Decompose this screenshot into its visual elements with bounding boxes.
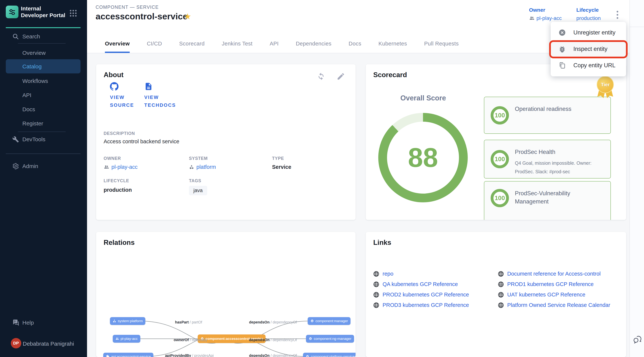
owner-link[interactable]: pl-play-acc bbox=[529, 15, 562, 21]
sidebar-item-overview[interactable]: Overview bbox=[22, 50, 46, 56]
sidebar-item-help[interactable]: ? Help bbox=[0, 318, 87, 328]
globe-icon bbox=[498, 281, 504, 287]
globe-icon bbox=[498, 302, 504, 308]
scorecard-card: Scorecard Overall Score 88 100 Operation… bbox=[366, 64, 626, 220]
link-qa-kubernetes[interactable]: QA kubernetes GCP Reference bbox=[373, 281, 458, 287]
owner-field-value[interactable]: pl-play-acc bbox=[104, 164, 138, 170]
sidebar-help-label: Help bbox=[22, 320, 34, 326]
sidebar-item-workflows[interactable]: Workflows bbox=[22, 78, 48, 84]
tab-scorecard[interactable]: Scorecard bbox=[179, 40, 204, 53]
header-lifecycle: Lifecycle production bbox=[576, 7, 601, 21]
sidebar: Internal Developer Portal Search Overvie… bbox=[0, 0, 87, 357]
globe-icon bbox=[498, 271, 504, 277]
sidebar-search[interactable]: Search bbox=[0, 32, 87, 41]
score-item-title: ProdSec-Vulnerability Management bbox=[515, 189, 597, 206]
score-ring: 100 bbox=[491, 106, 509, 124]
user-name[interactable]: Debabrata Panigrahi bbox=[23, 340, 74, 347]
link-prod2-kubernetes[interactable]: PROD2 kubernetes GCP Reference bbox=[373, 292, 469, 298]
menu-item-inspect-entity[interactable]: Inspect entity bbox=[551, 41, 626, 57]
owner-label: Owner bbox=[529, 7, 562, 13]
user-avatar[interactable]: DP bbox=[11, 338, 21, 348]
lifecycle-field-label: LIFECYCLE bbox=[104, 178, 129, 183]
group-icon bbox=[104, 164, 109, 170]
wrench-icon bbox=[12, 136, 20, 143]
link-document-reference[interactable]: Document reference for Access-control bbox=[498, 271, 600, 277]
favorite-star-icon[interactable]: ★ bbox=[184, 12, 191, 21]
about-title: About bbox=[104, 71, 124, 79]
score-item-prodsec-vulnerability[interactable]: 100 ProdSec-Vulnerability Management bbox=[484, 181, 611, 220]
about-card: About VIEW SOURCE VIEW TECHDOCS DESCRIPT… bbox=[96, 64, 356, 220]
description-value: Access control backend service bbox=[104, 138, 179, 144]
copy-icon bbox=[558, 62, 566, 69]
group-icon bbox=[529, 16, 534, 21]
link-repo[interactable]: repo bbox=[373, 271, 393, 277]
tab-jenkins-test[interactable]: Jenkins Test bbox=[222, 40, 252, 53]
refresh-icon[interactable] bbox=[317, 72, 325, 81]
relation-node-pl-play-acc[interactable]: pl-play-acc bbox=[113, 335, 140, 343]
relation-node-system-platform[interactable]: system:platform bbox=[110, 317, 145, 325]
sidebar-search-label: Search bbox=[22, 33, 40, 40]
tab-docs[interactable]: Docs bbox=[349, 40, 361, 53]
lifecycle-field-value: production bbox=[104, 187, 132, 193]
globe-icon bbox=[498, 292, 504, 298]
view-techdocs-label: VIEW TECHDOCS bbox=[144, 93, 180, 109]
sidebar-item-register[interactable]: Register bbox=[22, 120, 43, 127]
sidebar-item-docs[interactable]: Docs bbox=[22, 106, 35, 112]
sidebar-item-devtools[interactable]: DevTools bbox=[0, 134, 87, 144]
tab-dependencies[interactable]: Dependencies bbox=[296, 40, 331, 53]
menu-item-copy-entity-url[interactable]: Copy entity URL bbox=[551, 57, 626, 74]
link-release-calendar[interactable]: Platform Owned Service Release Calendar bbox=[498, 302, 610, 308]
score-item-operational-readiness[interactable]: 100 Operational readiness bbox=[484, 97, 611, 134]
cancel-icon bbox=[558, 29, 566, 36]
link-prod1-kubernetes[interactable]: PROD1 kubernetes GCP Reference bbox=[498, 281, 594, 287]
entity-context-menu: Unregister entity Inspect entity Copy en… bbox=[551, 22, 626, 76]
tags-field-label: TAGS bbox=[189, 178, 201, 183]
score-item-prodsec-health[interactable]: 100 ProdSec Health Q4 Goal, mission impo… bbox=[484, 140, 611, 178]
tab-pull-requests[interactable]: Pull Requests bbox=[424, 40, 458, 53]
sidebar-admin-label: Admin bbox=[22, 163, 38, 169]
tab-overview[interactable]: Overview bbox=[105, 40, 130, 53]
system-field-value[interactable]: platform bbox=[189, 164, 216, 170]
scorecard-title: Scorecard bbox=[373, 71, 407, 79]
tier-badge-label: Tier bbox=[597, 76, 614, 93]
view-source-button[interactable]: VIEW SOURCE bbox=[110, 82, 145, 109]
score-item-subtitle: Q4 Goal, mission impossible. Owner: Prod… bbox=[515, 159, 602, 176]
links-card: Links repo QA kubernetes GCP Reference P… bbox=[366, 232, 626, 357]
link-prod3-kubernetes[interactable]: PROD3 kubernetes GCP Reference bbox=[373, 302, 469, 308]
app-logo-icon bbox=[6, 6, 18, 18]
score-ring: 100 bbox=[491, 189, 509, 207]
edge-label: dependsOn / dependencyOf bbox=[249, 320, 297, 324]
techdocs-icon bbox=[144, 82, 153, 91]
system-icon bbox=[189, 164, 194, 170]
sidebar-active-pill[interactable] bbox=[6, 59, 80, 74]
more-actions-kebab-icon[interactable] bbox=[613, 8, 622, 21]
view-source-label: VIEW SOURCE bbox=[110, 93, 145, 109]
tab-api[interactable]: API bbox=[270, 40, 278, 53]
header-owner: Owner pl-play-acc bbox=[529, 7, 562, 21]
sidebar-item-admin[interactable]: Admin bbox=[0, 161, 87, 171]
score-ring: 100 bbox=[491, 150, 509, 168]
relation-node-component-manager[interactable]: component:manager bbox=[308, 317, 350, 325]
globe-icon bbox=[373, 292, 379, 298]
sidebar-item-catalog[interactable]: Catalog bbox=[22, 63, 42, 70]
globe-icon bbox=[373, 302, 379, 308]
menu-item-unregister-entity[interactable]: Unregister entity bbox=[551, 24, 626, 41]
group-icon bbox=[115, 337, 119, 340]
sidebar-item-api[interactable]: API bbox=[22, 92, 31, 98]
apps-grid-icon[interactable] bbox=[69, 9, 77, 17]
tab-kubernetes[interactable]: Kubernetes bbox=[378, 40, 407, 53]
lifecycle-label: Lifecycle bbox=[576, 7, 601, 13]
link-uat-kubernetes[interactable]: UAT kubernetes GCP Reference bbox=[498, 292, 585, 298]
component-icon bbox=[308, 337, 312, 340]
relation-node-component-ng-manager[interactable]: component:ng-manager bbox=[306, 335, 354, 343]
relation-node-api-accesscontrol-service[interactable]: api:accesscontrol-service bbox=[103, 353, 153, 357]
entity-kind-breadcrumb: COMPONENT — SERVICE bbox=[96, 4, 159, 10]
edit-pencil-icon[interactable] bbox=[336, 72, 345, 81]
tag-chip-java[interactable]: java bbox=[189, 186, 207, 195]
feedback-chat-icon[interactable] bbox=[632, 334, 643, 345]
view-techdocs-button[interactable]: VIEW TECHDOCS bbox=[144, 82, 180, 109]
github-icon bbox=[110, 82, 118, 91]
relation-node-component-platform-service[interactable]: component:platform-service bbox=[303, 353, 356, 357]
tab-cicd[interactable]: CI/CD bbox=[147, 40, 162, 53]
bug-icon bbox=[558, 45, 566, 53]
